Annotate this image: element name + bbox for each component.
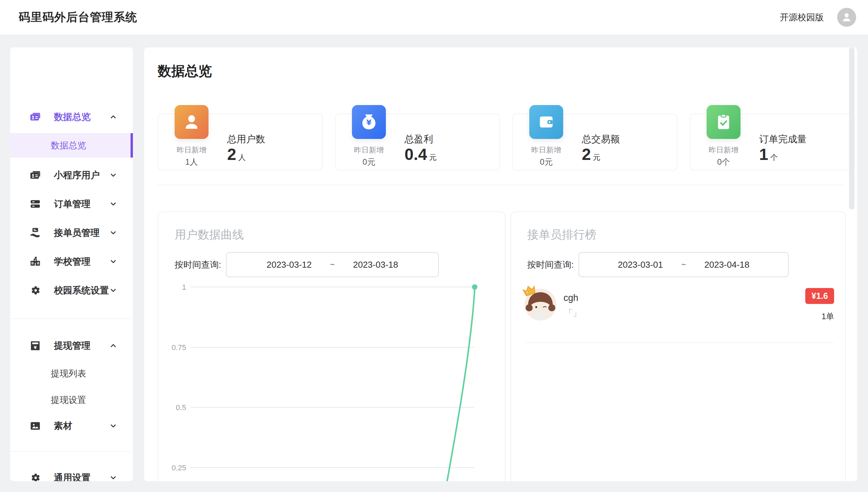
ytick-label: 0.75 [172, 343, 186, 352]
sidebar-item-couriers[interactable]: 接单员管理 [10, 219, 133, 247]
sidebar-divider [10, 451, 133, 452]
ytick-label: 1 [182, 283, 186, 291]
yesterday-label: 昨日新增 [690, 145, 757, 155]
chevron-up-icon [109, 112, 118, 121]
stat-value: 2人 [227, 145, 246, 164]
stat-label: 总用户数 [227, 133, 265, 146]
sidebar-item-label: 通用设置 [54, 472, 109, 481]
chevron-down-icon [109, 422, 118, 430]
sidebar-subitem-label: 提现列表 [51, 368, 86, 380]
sidebar-item-label: 订单管理 [54, 198, 109, 210]
active-indicator-bar [131, 133, 133, 158]
yesterday-value: 0个 [690, 157, 757, 167]
stat-value: 1个 [759, 145, 778, 164]
sidebar-item-label: 数据总览 [54, 111, 109, 123]
user-avatar[interactable] [837, 8, 856, 27]
wallet-icon [529, 105, 563, 139]
scrollbar-thumb[interactable] [849, 47, 854, 209]
line-chart: 1 0.75 0.5 0.25 [158, 212, 505, 481]
sidebar-item-label: 提现管理 [54, 340, 109, 352]
sidebar-item-label: 学校管理 [54, 255, 109, 268]
chevron-down-icon [109, 286, 118, 295]
sidebar-item-orders[interactable]: 订单管理 [10, 190, 133, 218]
ytick-label: 0.5 [176, 403, 186, 412]
clipboard-check-icon [707, 105, 741, 139]
chevron-down-icon [109, 473, 118, 481]
moneybag-icon: ¥ [352, 105, 386, 139]
chevron-down-icon [109, 200, 118, 208]
sidebar-item-label: 小程序用户 [54, 169, 109, 181]
yesterday-label: 昨日新增 [335, 145, 403, 155]
top-header: 码里码外后台管理系统 开源校园版 [0, 0, 868, 35]
chevron-down-icon [109, 228, 118, 237]
courier-signature: 「」 [565, 308, 581, 319]
page-title: 数据总览 [158, 62, 212, 80]
dashboard-card-icon [29, 110, 42, 123]
query-label: 按时间查询: [527, 259, 574, 271]
ranking-list-item: cgh 「」 ¥1.6 1单 [511, 285, 845, 343]
svg-text:¥: ¥ [366, 118, 371, 127]
yesterday-label: 昨日新增 [512, 145, 580, 155]
ranking-query-row: 按时间查询: 2023-03-01 ~ 2023-04-18 [527, 252, 789, 277]
sidebar-subitem-withdraw-settings[interactable]: 提现设置 [10, 388, 133, 412]
chevron-up-icon [109, 341, 118, 350]
courier-avatar [525, 289, 556, 321]
stat-unit: 元 [429, 153, 437, 162]
stat-unit: 元 [593, 153, 600, 162]
image-icon [29, 419, 42, 432]
sidebar-item-media[interactable]: 素材 [10, 412, 133, 440]
amount-badge: ¥1.6 [805, 288, 834, 304]
section-divider [157, 185, 844, 185]
orders-icon [29, 198, 42, 210]
sidebar-item-schools[interactable]: 学校管理 [10, 247, 133, 276]
gear-icon [29, 471, 42, 481]
courier-icon [29, 226, 42, 239]
sidebar-subitem-label: 数据总览 [51, 140, 86, 151]
yesterday-value: 0元 [512, 157, 580, 167]
date-end[interactable]: 2023-04-18 [704, 260, 749, 270]
sidebar-item-campus-settings[interactable]: 校园系统设置 [10, 276, 133, 305]
sidebar-subitem-data-overview[interactable]: 数据总览 [10, 133, 133, 158]
withdraw-icon: ¥ [29, 339, 42, 352]
yesterday-value: 1人 [158, 157, 225, 167]
sidebar-item-label: 校园系统设置 [54, 284, 109, 296]
panel-title: 接单员排行榜 [527, 227, 596, 243]
admin-dashboard: 码里码外后台管理系统 开源校园版 数据总览 数据总览 小程序用户 [0, 0, 868, 492]
school-icon [29, 255, 42, 268]
person-icon [841, 12, 852, 23]
yesterday-value: 0元 [335, 157, 403, 167]
sidebar-divider [10, 319, 133, 319]
sidebar-item-label: 素材 [54, 420, 109, 432]
sidebar: 数据总览 数据总览 小程序用户 订单管理 [10, 47, 133, 481]
chevron-down-icon [109, 171, 118, 180]
svg-text:¥: ¥ [34, 345, 37, 350]
main-content-card: 数据总览 昨日新增 1人 总用户数 2人 ¥ 昨日新增 0元 总盈利 0.4元 … [144, 47, 857, 481]
user-data-chart-panel: 用户数据曲线 按时间查询: 2023-03-12 ~ 2023-03-18 1 [158, 211, 506, 481]
stat-label: 总交易额 [582, 133, 620, 146]
sidebar-item-general-settings[interactable]: 通用设置 [10, 464, 133, 481]
date-separator: ~ [681, 260, 686, 269]
sidebar-item-miniprogram-users[interactable]: 小程序用户 [10, 161, 133, 189]
app-title: 码里码外后台管理系统 [19, 0, 137, 35]
yesterday-label: 昨日新增 [158, 145, 225, 155]
date-range-picker[interactable]: 2023-03-01 ~ 2023-04-18 [578, 252, 789, 277]
mini-program-users-icon [29, 169, 42, 182]
user-icon [175, 105, 209, 139]
edition-label: 开源校园版 [780, 0, 824, 35]
courier-ranking-panel: 接单员排行榜 按时间查询: 2023-03-01 ~ 2023-04-18 [510, 211, 846, 481]
chevron-down-icon [109, 257, 118, 266]
sidebar-item-data-overview[interactable]: 数据总览 [10, 103, 133, 131]
list-divider [525, 342, 834, 343]
date-start[interactable]: 2023-03-01 [618, 260, 663, 270]
chart-line-series [445, 289, 475, 481]
chart-data-point [472, 284, 477, 290]
gear-icon [29, 284, 42, 297]
sidebar-subitem-label: 提现设置 [51, 394, 86, 406]
stat-unit: 个 [770, 153, 778, 162]
ytick-label: 0.25 [172, 464, 186, 472]
sidebar-item-withdraw[interactable]: ¥ 提现管理 [10, 331, 133, 360]
sidebar-subitem-withdraw-list[interactable]: 提现列表 [10, 361, 133, 386]
sidebar-item-label: 接单员管理 [54, 227, 109, 239]
order-count: 1单 [822, 311, 834, 322]
stat-value: 0.4元 [405, 145, 437, 164]
